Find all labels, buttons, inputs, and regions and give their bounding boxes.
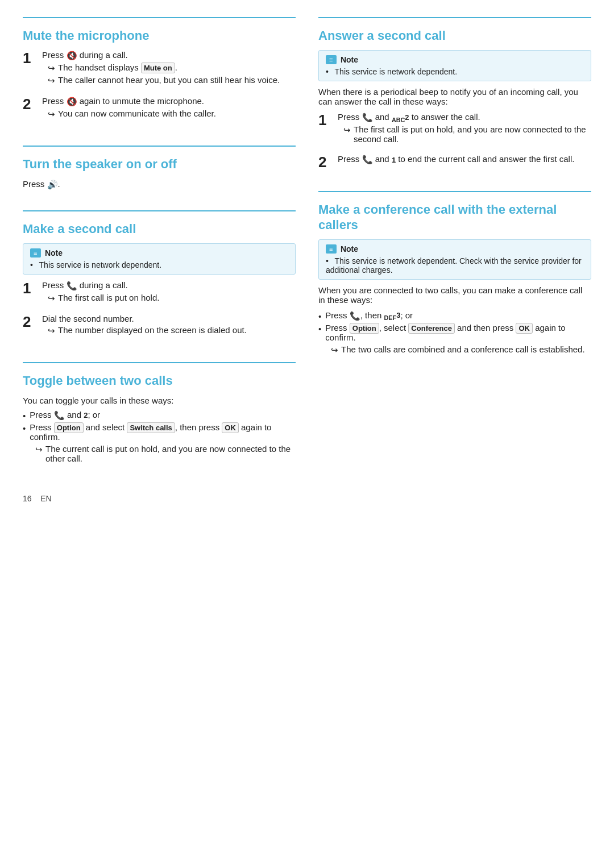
note-label: Note — [45, 248, 63, 258]
conference-intro: When you are connected to two calls, you… — [318, 285, 591, 305]
bullet-icon: • — [326, 256, 329, 265]
bullet-text: Press Option and select Switch calls, th… — [30, 422, 296, 442]
arrow-text: The two calls are combined and a confere… — [341, 344, 585, 354]
step-row: 2 Press 🔇 again to unmute the microphone… — [23, 96, 296, 125]
arrow-text: The first call is put on hold, and you a… — [354, 124, 591, 144]
phone-icon: 📞 — [362, 155, 373, 165]
section-title-mute: Mute the microphone — [23, 28, 296, 43]
note-box: ≡ Note • This service is network depende… — [318, 50, 591, 81]
arrow-item: ↪ The caller cannot hear you, but you ca… — [48, 75, 296, 86]
bullet-icon: • — [23, 411, 26, 421]
ok-key: OK — [516, 323, 533, 334]
num2-icon: ABC2 — [392, 113, 409, 123]
step-content: Press 📞 and ABC2 to answer the call. ↪ T… — [338, 112, 591, 144]
arrow-item: ↪ The first call is put on hold. — [48, 293, 296, 304]
switch-calls-key: Switch calls — [127, 422, 175, 433]
bullet-item: • Press Option and select Switch calls, … — [23, 422, 296, 442]
option-key: Option — [350, 323, 379, 334]
step-content: Press 📞 during a call. ↪ The first call … — [42, 280, 296, 304]
note-icon: ≡ — [326, 244, 337, 254]
step-content: Press 🔇 during a call. ↪ The handset dis… — [42, 50, 296, 86]
arrow-icon: ↪ — [48, 76, 55, 86]
bullet-text: Press 📞, then DEF3; or — [325, 310, 413, 321]
toggle-intro: You can toggle your calls in these ways: — [23, 396, 296, 405]
note-text: • This service is network dependent. Che… — [326, 256, 584, 275]
arrow-item: ↪ The first call is put on hold, and you… — [343, 124, 591, 144]
note-label: Note — [341, 244, 358, 254]
step-row: 1 Press 🔇 during a call. ↪ The handset d… — [23, 50, 296, 92]
section-title-toggle: Toggle between two calls — [23, 373, 296, 388]
note-header: ≡ Note — [326, 244, 584, 254]
arrow-icon: ↪ — [48, 293, 55, 304]
step-number: 1 — [318, 112, 334, 128]
speaker-body: Press 🔊. — [23, 179, 296, 190]
section-title-second-call: Make a second call — [23, 222, 296, 236]
note-icon: ≡ — [30, 248, 41, 258]
note-header: ≡ Note — [326, 55, 584, 64]
phone-icon: 📞 — [350, 311, 360, 321]
note-box: ≡ Note • This service is network depende… — [23, 243, 296, 275]
bullet-icon: • — [23, 423, 26, 433]
section-title-conference: Make a conference call with the external… — [318, 202, 591, 232]
option-key: Option — [54, 422, 84, 433]
arrow-text: The handset displays Mute on. — [58, 63, 177, 72]
ok-key: OK — [222, 422, 239, 433]
bullet-icon: • — [30, 260, 33, 269]
num2-icon: 2 — [84, 411, 88, 420]
bullet-text: Press Option, select Conference and then… — [325, 323, 591, 342]
bullet-item: • Press Option, select Conference and th… — [318, 323, 591, 342]
arrow-icon: ↪ — [48, 326, 55, 336]
page-lang: EN — [40, 494, 51, 503]
arrow-item: ↪ The current call is put on hold, and y… — [35, 444, 296, 463]
speaker-icon: 🔊 — [47, 180, 58, 190]
step-number: 2 — [318, 154, 334, 171]
display-text: Mute on — [141, 63, 175, 73]
step-text: Press 🔇 again to unmute the microphone. — [42, 96, 204, 106]
bullet-item: • Press 📞 and 2; or — [23, 410, 296, 421]
arrow-text: The number displayed on the screen is di… — [58, 325, 247, 335]
section-title-answer: Answer a second call — [318, 28, 591, 43]
note-label: Note — [341, 55, 358, 64]
section-title-speaker: Turn the speaker on or off — [23, 157, 296, 172]
mute-icon: 🔇 — [67, 51, 77, 61]
phone-icon: 📞 — [54, 410, 65, 421]
arrow-icon: ↪ — [343, 125, 351, 135]
arrow-text: The current call is put on hold, and you… — [45, 444, 296, 463]
note-text: • This service is network dependent. — [326, 67, 584, 76]
bullet-icon: • — [326, 67, 329, 76]
section-conference-call: Make a conference call with the external… — [318, 191, 591, 362]
arrow-text: The first call is put on hold. — [58, 293, 159, 302]
step-row: 1 Press 📞 and ABC2 to answer the call. ↪… — [318, 112, 591, 149]
note-header: ≡ Note — [30, 248, 288, 258]
arrow-icon: ↪ — [35, 445, 43, 455]
conference-key: Conference — [408, 323, 455, 334]
step-content: Press 🔇 again to unmute the microphone. … — [42, 96, 296, 119]
num1-icon: 1 — [392, 156, 396, 164]
step-number: 2 — [23, 314, 39, 330]
mute-icon: 🔇 — [67, 97, 77, 107]
section-mute-microphone: Mute the microphone 1 Press 🔇 during a c… — [23, 17, 296, 135]
section-make-second-call: Make a second call ≡ Note • This service… — [23, 210, 296, 352]
bullet-text: Press 📞 and 2; or — [30, 410, 100, 421]
step-text: Press 📞 and 1 to end the current call an… — [338, 154, 574, 164]
bullet-icon: • — [318, 312, 321, 321]
arrow-item: ↪ The handset displays Mute on. — [48, 63, 296, 73]
page-number: 16 — [23, 494, 32, 503]
step-text: Dial the second number. — [42, 314, 134, 323]
num3-icon: DEF3 — [384, 311, 400, 321]
arrow-item: ↪ The number displayed on the screen is … — [48, 325, 296, 336]
arrow-text: The caller cannot hear you, but you can … — [58, 75, 280, 85]
step-number: 1 — [23, 280, 39, 297]
note-box: ≡ Note • This service is network depende… — [318, 239, 591, 280]
step-text: Press 📞 during a call. — [42, 280, 128, 290]
step-number: 2 — [23, 96, 39, 113]
section-toggle-calls: Toggle between two calls You can toggle … — [23, 362, 296, 470]
note-icon: ≡ — [326, 55, 337, 64]
page-footer: 16 EN — [23, 494, 591, 503]
arrow-icon: ↪ — [331, 345, 338, 355]
arrow-item: ↪ The two calls are combined and a confe… — [331, 344, 591, 355]
arrow-icon: ↪ — [48, 109, 55, 119]
phone-icon: 📞 — [67, 281, 77, 291]
step-number: 1 — [23, 50, 39, 67]
step-text: Press 📞 and ABC2 to answer the call. — [338, 112, 480, 122]
